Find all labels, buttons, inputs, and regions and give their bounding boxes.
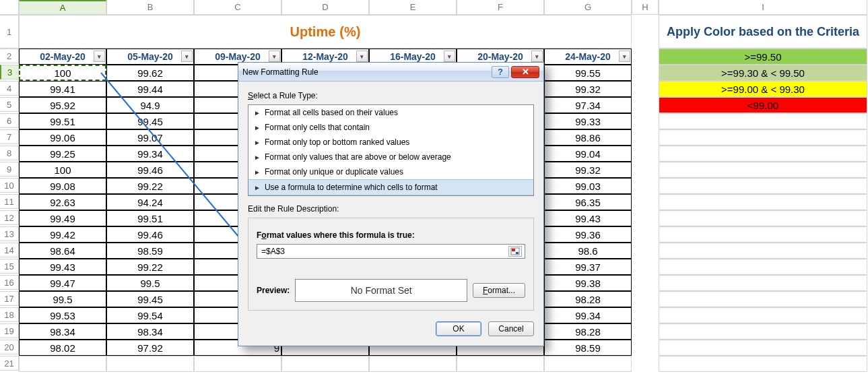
- date-header[interactable]: 02-May-20▾: [19, 49, 106, 65]
- data-cell[interactable]: 98.34: [19, 323, 106, 340]
- cell-I19[interactable]: [659, 323, 867, 340]
- format-button[interactable]: Format...: [473, 283, 525, 298]
- row-header-6[interactable]: 6: [0, 113, 19, 128]
- data-cell[interactable]: 94.9: [106, 97, 194, 113]
- data-cell[interactable]: 99.34: [544, 307, 632, 323]
- data-cell[interactable]: 98.59: [106, 243, 194, 259]
- row-header-21[interactable]: 21: [0, 356, 19, 371]
- data-cell[interactable]: 99.47: [19, 275, 106, 291]
- col-header-A[interactable]: A: [19, 0, 106, 15]
- autofilter-icon[interactable]: ▾: [531, 51, 543, 62]
- rule-type-item[interactable]: ►Format all cells based on their values: [248, 105, 533, 120]
- cell-H16[interactable]: [632, 275, 659, 291]
- cell-H17[interactable]: [632, 291, 659, 307]
- cell[interactable]: [369, 356, 457, 372]
- row-header-12[interactable]: 12: [0, 210, 19, 225]
- data-cell[interactable]: 99.51: [106, 210, 194, 226]
- data-cell[interactable]: 99.53: [19, 307, 106, 323]
- row-header-2[interactable]: 2: [0, 49, 19, 63]
- data-cell[interactable]: 97.34: [544, 97, 632, 113]
- row-header-9[interactable]: 9: [0, 162, 19, 177]
- data-cell[interactable]: 94.24: [106, 194, 194, 210]
- data-cell[interactable]: 99.42: [19, 226, 106, 243]
- autofilter-icon[interactable]: ▾: [181, 51, 193, 62]
- data-cell[interactable]: 99.33: [544, 113, 632, 129]
- cancel-button[interactable]: Cancel: [488, 321, 534, 336]
- cell-I14[interactable]: [659, 243, 867, 259]
- row-header-7[interactable]: 7: [0, 129, 19, 144]
- rule-type-item[interactable]: ►Format only unique or duplicate values: [248, 164, 533, 179]
- rule-type-item[interactable]: ►Use a formula to determine which cells …: [248, 179, 533, 195]
- cell-H3[interactable]: [632, 65, 659, 81]
- data-cell[interactable]: 99.51: [19, 113, 106, 129]
- cell-H12[interactable]: [632, 210, 659, 226]
- data-cell[interactable]: 98.34: [106, 323, 194, 340]
- autofilter-icon[interactable]: ▾: [619, 51, 630, 62]
- row-header-5[interactable]: 5: [0, 97, 19, 112]
- data-cell[interactable]: 99.36: [544, 226, 632, 243]
- row-header-8[interactable]: 8: [0, 146, 19, 160]
- col-header-C[interactable]: C: [194, 0, 281, 15]
- cell-I21[interactable]: [659, 356, 867, 372]
- col-header-G[interactable]: G: [544, 0, 632, 15]
- col-header-F[interactable]: F: [457, 0, 544, 15]
- col-header-I[interactable]: I: [659, 0, 867, 15]
- date-header[interactable]: 24-May-20▾: [544, 49, 632, 65]
- row-header-1[interactable]: 1: [0, 15, 19, 49]
- data-cell[interactable]: 100: [19, 65, 106, 81]
- cell-I7[interactable]: [659, 129, 867, 146]
- row-header-14[interactable]: 14: [0, 243, 19, 257]
- data-cell[interactable]: 99.41: [19, 81, 106, 97]
- data-cell[interactable]: 99.25: [19, 146, 106, 162]
- cell-H15[interactable]: [632, 259, 659, 275]
- dialog-titlebar[interactable]: New Formatting Rule ? ✕: [238, 63, 543, 82]
- help-button[interactable]: ?: [492, 66, 509, 78]
- cell[interactable]: [281, 356, 369, 372]
- data-cell[interactable]: 98.6: [544, 243, 632, 259]
- data-cell[interactable]: 99.43: [19, 259, 106, 275]
- autofilter-icon[interactable]: ▾: [94, 51, 105, 62]
- row-header-3[interactable]: 3: [0, 65, 19, 80]
- formula-input[interactable]: [260, 246, 508, 257]
- cell-H19[interactable]: [632, 323, 659, 340]
- data-cell[interactable]: 95.92: [19, 97, 106, 113]
- data-cell[interactable]: 99.5: [19, 291, 106, 307]
- cell-H6[interactable]: [632, 113, 659, 129]
- col-header-E[interactable]: E: [369, 0, 457, 15]
- cell-I15[interactable]: [659, 259, 867, 275]
- close-button[interactable]: ✕: [511, 66, 539, 78]
- data-cell[interactable]: 99.32: [544, 162, 632, 178]
- cell-H13[interactable]: [632, 226, 659, 243]
- ok-button[interactable]: OK: [436, 321, 481, 336]
- cell-H11[interactable]: [632, 194, 659, 210]
- cell-I11[interactable]: [659, 194, 867, 210]
- data-cell[interactable]: 99.03: [544, 178, 632, 194]
- autofilter-icon[interactable]: ▾: [269, 51, 280, 62]
- data-cell[interactable]: 99.22: [106, 259, 194, 275]
- data-cell[interactable]: 99.5: [106, 275, 194, 291]
- rule-type-item[interactable]: ►Format only cells that contain: [248, 120, 533, 135]
- cell-H4[interactable]: [632, 81, 659, 97]
- cell-H20[interactable]: [632, 340, 659, 356]
- cell-H10[interactable]: [632, 178, 659, 194]
- data-cell[interactable]: 99.07: [106, 129, 194, 146]
- data-cell[interactable]: 97.92: [106, 340, 194, 356]
- data-cell[interactable]: 96.35: [544, 194, 632, 210]
- data-cell[interactable]: 99.54: [106, 307, 194, 323]
- cell-H1[interactable]: [632, 15, 659, 49]
- cell-I13[interactable]: [659, 226, 867, 243]
- row-header-4[interactable]: 4: [0, 81, 19, 96]
- row-header-16[interactable]: 16: [0, 275, 19, 290]
- cell-H2[interactable]: [632, 49, 659, 65]
- date-header[interactable]: 05-May-20▾: [106, 49, 194, 65]
- row-header-15[interactable]: 15: [0, 259, 19, 274]
- data-cell[interactable]: 98.28: [544, 291, 632, 307]
- cell-H8[interactable]: [632, 146, 659, 162]
- cell-I10[interactable]: [659, 178, 867, 194]
- row-header-13[interactable]: 13: [0, 226, 19, 241]
- cell-I12[interactable]: [659, 210, 867, 226]
- data-cell[interactable]: 99.22: [106, 178, 194, 194]
- data-cell[interactable]: 99.44: [106, 81, 194, 97]
- data-cell[interactable]: 99.38: [544, 275, 632, 291]
- cell-I8[interactable]: [659, 146, 867, 162]
